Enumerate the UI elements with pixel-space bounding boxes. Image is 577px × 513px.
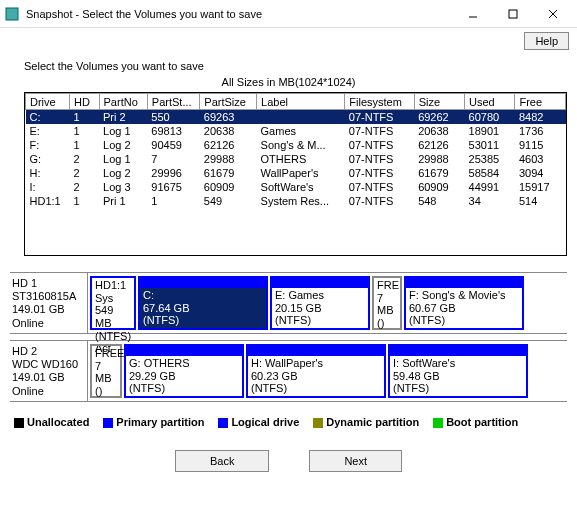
svg-rect-2: [509, 10, 517, 18]
column-header[interactable]: Filesystem: [345, 94, 414, 110]
column-header[interactable]: Used: [465, 94, 515, 110]
column-header[interactable]: PartSize: [200, 94, 257, 110]
partition-block[interactable]: G: OTHERS29.29 GB(NTFS): [124, 344, 244, 398]
table-row[interactable]: F:1Log 29045962126Song's & M...07-NTFS62…: [26, 138, 566, 152]
size-caption: All Sizes in MB(1024*1024): [0, 74, 577, 90]
table-row[interactable]: HD1:11Pri 11549System Res...07-NTFS54834…: [26, 194, 566, 208]
partition-block[interactable]: C:67.64 GB(NTFS): [138, 276, 268, 330]
volume-table[interactable]: DriveHDPartNoPartSt...PartSizeLabelFiles…: [24, 92, 567, 256]
partition-block[interactable]: HD1:1 Sys549 MB(NTFS) Act: [90, 276, 136, 330]
column-header[interactable]: PartNo: [99, 94, 147, 110]
partition-block[interactable]: E: Games20.15 GB(NTFS): [270, 276, 370, 330]
column-header[interactable]: Drive: [26, 94, 70, 110]
maximize-button[interactable]: [493, 2, 533, 26]
column-header[interactable]: Free: [515, 94, 566, 110]
legend-item: Dynamic partition: [313, 416, 419, 428]
column-header[interactable]: PartSt...: [147, 94, 200, 110]
column-header[interactable]: Size: [414, 94, 464, 110]
table-row[interactable]: I:2Log 39167560909SoftWare's07-NTFS60909…: [26, 180, 566, 194]
next-button[interactable]: Next: [309, 450, 402, 472]
table-row[interactable]: C:1Pri 25506926307-NTFS69262607808482: [26, 110, 566, 125]
back-button[interactable]: Back: [175, 450, 269, 472]
legend-item: Unallocated: [14, 416, 89, 428]
column-header[interactable]: HD: [70, 94, 99, 110]
svg-rect-0: [6, 8, 18, 20]
disk-info: HD 2WDC WD160149.01 GBOnline: [10, 341, 88, 401]
close-button[interactable]: [533, 2, 573, 26]
window-title: Snapshot - Select the Volumes you want t…: [26, 8, 453, 20]
disk-map: HD 1ST3160815A149.01 GBOnlineHD1:1 Sys54…: [10, 272, 567, 402]
partition-block[interactable]: H: WallPaper's60.23 GB(NTFS): [246, 344, 386, 398]
disk-info: HD 1ST3160815A149.01 GBOnline: [10, 273, 88, 333]
legend-item: Boot partition: [433, 416, 518, 428]
page-subtitle: Select the Volumes you want to save: [0, 54, 577, 74]
legend-item: Logical drive: [218, 416, 299, 428]
column-header[interactable]: Label: [257, 94, 345, 110]
legend: UnallocatedPrimary partitionLogical driv…: [0, 408, 577, 436]
table-row[interactable]: H:2Log 22999661679WallPaper's07-NTFS6167…: [26, 166, 566, 180]
table-row[interactable]: E:1Log 16981320638Games07-NTFS2063818901…: [26, 124, 566, 138]
app-icon: [4, 6, 20, 22]
disk-row: HD 2WDC WD160149.01 GBOnlineFREE7 MB()G:…: [10, 340, 567, 402]
legend-item: Primary partition: [103, 416, 204, 428]
partition-block[interactable]: F: Song's & Movie's60.67 GB(NTFS): [404, 276, 524, 330]
partition-block[interactable]: FREE7 MB(): [90, 344, 122, 398]
table-row[interactable]: G:2Log 1729988OTHERS07-NTFS2998825385460…: [26, 152, 566, 166]
partition-block[interactable]: FRE7 MB(): [372, 276, 402, 330]
titlebar: Snapshot - Select the Volumes you want t…: [0, 0, 577, 28]
help-button[interactable]: Help: [524, 32, 569, 50]
minimize-button[interactable]: [453, 2, 493, 26]
disk-row: HD 1ST3160815A149.01 GBOnlineHD1:1 Sys54…: [10, 272, 567, 334]
partition-block[interactable]: I: SoftWare's59.48 GB(NTFS): [388, 344, 528, 398]
